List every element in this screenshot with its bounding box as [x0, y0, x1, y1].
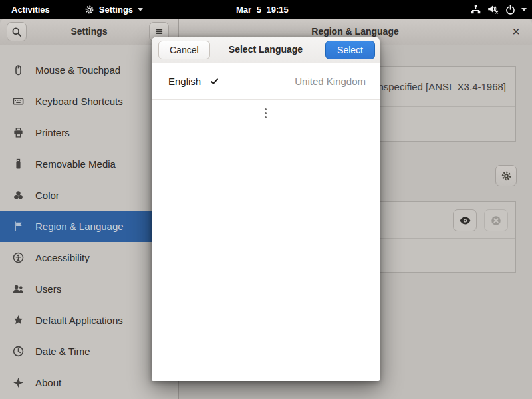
chevron-down-icon [138, 8, 143, 11]
window-close-button[interactable]: × [507, 21, 525, 41]
power-icon [505, 5, 515, 15]
sidebar-item-label: Printers [35, 127, 70, 138]
language-region: United Kingdom [295, 76, 366, 87]
sidebar-item-label: Color [35, 190, 59, 201]
color-circles-icon [13, 190, 24, 201]
sidebar-item-label: Mouse & Touchpad [35, 65, 120, 76]
system-status-area[interactable] [470, 4, 527, 15]
usb-drive-icon [13, 158, 24, 170]
app-menu-label: Settings [99, 5, 133, 15]
gear-button[interactable] [495, 165, 517, 186]
sidebar-item-label: Removable Media [35, 158, 116, 170]
sidebar-item-label: Date & Time [35, 346, 90, 357]
select-button[interactable]: Select [325, 41, 375, 59]
mouse-icon [13, 65, 24, 76]
network-icon [470, 4, 481, 15]
users-icon [13, 283, 24, 295]
hamburger-icon [154, 27, 164, 37]
eye-icon [459, 215, 471, 226]
keyboard-icon [13, 96, 24, 107]
sidebar-item-label: Users [35, 283, 61, 295]
sidebar-item-label: About [35, 377, 61, 388]
gear-icon [84, 5, 94, 15]
activities-button[interactable]: Activities [9, 5, 53, 15]
sparkle-icon [13, 377, 24, 388]
chevron-down-icon [521, 8, 527, 11]
star-icon [13, 315, 24, 326]
clock[interactable]: Mar 5 19:15 [236, 5, 289, 15]
preview-button[interactable] [453, 209, 477, 231]
dialog-header: Cancel Select Language Select [152, 37, 380, 63]
language-list-row-english[interactable]: English United Kingdom [152, 63, 380, 100]
checkmark-icon [210, 77, 219, 86]
language-name: English [168, 76, 201, 87]
clock-icon [13, 346, 24, 357]
gear-icon [501, 170, 512, 182]
close-circle-icon [490, 215, 502, 227]
app-menu-button[interactable]: Settings [84, 5, 143, 15]
volume-muted-icon [487, 4, 499, 15]
top-bar: Activities Settings Mar 5 19:15 [0, 0, 532, 19]
select-language-dialog: Cancel Select Language Select English Un… [152, 37, 380, 381]
printer-icon [13, 127, 24, 138]
sidebar-item-label: Region & Language [35, 221, 124, 232]
accessibility-icon [13, 252, 24, 263]
cancel-button[interactable]: Cancel [158, 41, 210, 59]
flag-icon [13, 221, 24, 232]
sidebar-item-label: Accessibility [35, 252, 90, 263]
sidebar-item-label: Default Applications [35, 315, 123, 326]
remove-button[interactable] [484, 209, 508, 231]
more-items-ellipsis-icon [152, 108, 380, 118]
language-value: Unspecified [ANSI_X3.4-1968] [371, 67, 506, 106]
sidebar-item-label: Keyboard Shortcuts [35, 96, 123, 107]
